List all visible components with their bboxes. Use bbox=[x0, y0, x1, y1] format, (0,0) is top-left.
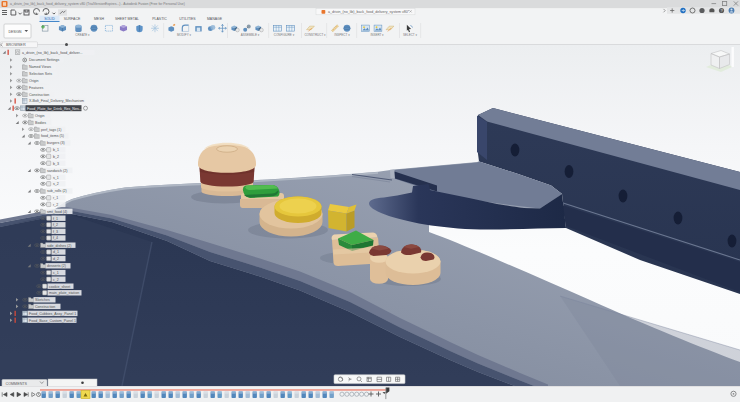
svg-text:cookie_sheet: cookie_sheet bbox=[49, 285, 70, 289]
svg-text:INSERT ▾: INSERT ▾ bbox=[370, 33, 384, 37]
svg-text:sub_rolls (2): sub_rolls (2) bbox=[47, 189, 67, 193]
svg-text:perf_tags (1): perf_tags (1) bbox=[41, 128, 61, 132]
svg-text:c_1: c_1 bbox=[53, 271, 59, 275]
svg-text:Food_Base_Custom_Panel 1: Food_Base_Custom_Panel 1 bbox=[29, 319, 76, 323]
svg-text:r_2: r_2 bbox=[53, 203, 58, 207]
svg-text:ASSEMBLE ▾: ASSEMBLE ▾ bbox=[241, 33, 260, 37]
svg-text:a_drivin_(no_lib)_back_food_de: a_drivin_(no_lib)_back_food_deliver... bbox=[22, 51, 83, 55]
svg-text:s_1: s_1 bbox=[53, 176, 59, 180]
svg-text:MANAGE: MANAGE bbox=[207, 17, 223, 21]
svg-text:Document Settings: Document Settings bbox=[29, 58, 60, 62]
svg-text:desserts (2): desserts (2) bbox=[47, 264, 66, 268]
svg-text:Food_Plate_for_Drink_Res_Nes..: Food_Plate_for_Drink_Res_Nes... bbox=[27, 107, 82, 111]
svg-text:f_4: f_4 bbox=[53, 236, 58, 240]
svg-text:s_2: s_2 bbox=[53, 182, 59, 186]
svg-text:X-Bolt_Final_Delivery_Mechanis: X-Bolt_Final_Delivery_Mechanism bbox=[29, 99, 84, 103]
svg-text:UTILITIES: UTILITIES bbox=[179, 17, 196, 21]
svg-text:main_plate_station: main_plate_station bbox=[49, 291, 79, 295]
svg-text:side_dishes (2): side_dishes (2) bbox=[47, 244, 71, 248]
svg-text:b_3: b_3 bbox=[53, 162, 59, 166]
svg-text:Features: Features bbox=[29, 86, 43, 90]
svg-text:PLASTIC: PLASTIC bbox=[152, 17, 167, 21]
svg-text:SURFACE: SURFACE bbox=[64, 17, 81, 21]
svg-text:d_2: d_2 bbox=[53, 257, 59, 261]
svg-text:CONFIGURE ▾: CONFIGURE ▾ bbox=[274, 33, 295, 37]
svg-text:Construction: Construction bbox=[35, 305, 55, 309]
svg-text:DESIGN: DESIGN bbox=[9, 30, 23, 34]
svg-text:d_1: d_1 bbox=[53, 250, 59, 254]
svg-text:Selection Sets: Selection Sets bbox=[29, 72, 52, 76]
svg-text:b_1: b_1 bbox=[53, 148, 59, 152]
svg-text:f_3: f_3 bbox=[53, 230, 58, 234]
svg-text:Construction: Construction bbox=[29, 93, 49, 97]
svg-text:Origin: Origin bbox=[35, 114, 45, 118]
svg-text:b_2: b_2 bbox=[53, 155, 59, 159]
svg-text:CREATE ▾: CREATE ▾ bbox=[75, 33, 90, 37]
svg-text:Named Views: Named Views bbox=[29, 65, 51, 69]
svg-text:COMMENTS: COMMENTS bbox=[6, 382, 28, 386]
svg-text:food_items (5): food_items (5) bbox=[41, 134, 64, 138]
svg-text:MESH: MESH bbox=[94, 17, 105, 21]
svg-text:CONSTRUCT ▾: CONSTRUCT ▾ bbox=[304, 33, 326, 37]
svg-text:SELECT ▾: SELECT ▾ bbox=[403, 33, 417, 37]
svg-text:MODIFY ▾: MODIFY ▾ bbox=[177, 33, 191, 37]
svg-text:BROWSER: BROWSER bbox=[6, 43, 26, 47]
svg-text:Bodies: Bodies bbox=[35, 121, 46, 125]
svg-text:f_2: f_2 bbox=[53, 223, 58, 227]
svg-text:f_1: f_1 bbox=[53, 217, 58, 221]
svg-text:Food_Cubbies_Assy_Panel 1: Food_Cubbies_Assy_Panel 1 bbox=[29, 312, 76, 316]
svg-text:c_2: c_2 bbox=[53, 278, 59, 282]
svg-text:SHEET METAL: SHEET METAL bbox=[115, 17, 139, 21]
svg-text:SOLID: SOLID bbox=[44, 17, 55, 21]
svg-text:sandwich (2): sandwich (2) bbox=[47, 169, 67, 173]
svg-text:a_drivin_(no_lib)_back_food_de: a_drivin_(no_lib)_back_food_delivery_sys… bbox=[328, 10, 410, 14]
svg-text:a_drivin_(no_lib)_back_food_de: a_drivin_(no_lib)_back_food_delivery_sys… bbox=[10, 2, 185, 6]
svg-text:Sketches: Sketches bbox=[35, 298, 50, 302]
svg-text:r_1: r_1 bbox=[53, 196, 58, 200]
svg-text:Origin: Origin bbox=[29, 79, 39, 83]
svg-text:smt_food (4): smt_food (4) bbox=[47, 210, 67, 214]
svg-text:INSPECT ▾: INSPECT ▾ bbox=[334, 33, 350, 37]
svg-text:burgers (3): burgers (3) bbox=[47, 141, 65, 145]
